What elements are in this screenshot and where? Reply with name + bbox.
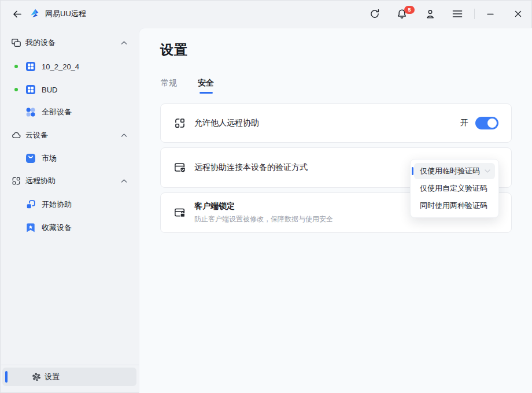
- sidebar-section-label: 远程协助: [25, 176, 56, 186]
- back-arrow-icon: [12, 9, 23, 20]
- start-assist-icon: [25, 199, 36, 210]
- account-button[interactable]: [420, 4, 440, 24]
- notification-badge: 5: [404, 6, 415, 14]
- sidebar-item-label: 设置: [45, 372, 60, 382]
- cloud-icon: [11, 130, 21, 140]
- device-tile-icon: [25, 61, 36, 72]
- sidebar-item-settings[interactable]: 设置: [2, 368, 136, 386]
- sidebar-section-my-devices[interactable]: 我的设备: [0, 31, 139, 54]
- card-lock-icon: [173, 206, 186, 219]
- setting-title: 客户端锁定: [194, 201, 333, 212]
- app-logo-icon: [29, 8, 40, 19]
- chevron-up-icon[interactable]: [121, 134, 127, 138]
- hamburger-icon: [452, 10, 463, 18]
- dropdown-option-label: 仅使用自定义验证码: [420, 183, 487, 194]
- setting-title: 远程协助连接本设备的验证方式: [194, 162, 308, 173]
- market-bag-icon: [25, 153, 36, 164]
- setting-subtitle: 防止客户端设置被修改，保障数据与使用安全: [194, 214, 333, 224]
- device-name: 10_2_20_4: [42, 62, 79, 71]
- sidebar-item-market[interactable]: 市场: [0, 147, 139, 170]
- dropdown-option-temp-code[interactable]: 仅使用临时验证码: [414, 163, 495, 179]
- minimize-button[interactable]: [481, 4, 500, 24]
- sidebar-item-label: 开始协助: [42, 199, 72, 210]
- sidebar-item-start-assist[interactable]: 开始协助: [0, 193, 139, 216]
- titlebar-divider: [474, 9, 475, 19]
- dropdown-option-label: 仅使用临时验证码: [420, 166, 480, 176]
- document-shield-icon: [173, 161, 186, 174]
- sidebar-section-cloud-devices[interactable]: 云设备: [0, 124, 139, 147]
- main-panel: 设置 常规 安全 允许他人远程协助 开: [139, 28, 532, 393]
- tab-general[interactable]: 常规: [161, 78, 177, 88]
- sidebar-item-favorite-devices[interactable]: 收藏设备: [0, 216, 139, 239]
- setting-card-allow-remote-assist: 允许他人远程协助 开: [160, 103, 512, 143]
- dropdown-option-custom-code[interactable]: 仅使用自定义验证码: [414, 180, 495, 196]
- active-tab-underline: [200, 92, 213, 94]
- online-status-dot: [14, 88, 18, 91]
- chevron-up-icon[interactable]: [121, 179, 127, 183]
- dropdown-option-both-codes[interactable]: 同时使用两种验证码: [414, 198, 495, 214]
- tab-bar: 常规 安全: [161, 78, 214, 88]
- user-icon: [425, 9, 435, 19]
- devices-icon: [11, 38, 21, 48]
- sidebar-section-label: 云设备: [25, 130, 48, 140]
- verification-method-dropdown: 仅使用临时验证码 仅使用自定义验证码 同时使用两种验证码: [410, 159, 499, 218]
- gear-icon: [32, 372, 41, 381]
- sidebar-divider: [0, 365, 139, 365]
- page-title: 设置: [160, 41, 188, 59]
- app-window: 网易UU远程 5: [0, 0, 532, 393]
- refresh-icon: [370, 9, 380, 19]
- setting-title: 允许他人远程协助: [194, 118, 259, 128]
- sidebar-section-label: 我的设备: [25, 38, 56, 48]
- all-devices-icon: [25, 107, 36, 117]
- chevron-down-icon: [485, 169, 490, 173]
- sidebar-item-label: 市场: [42, 153, 57, 164]
- sidebar-section-remote-assist[interactable]: 远程协助: [0, 169, 139, 192]
- active-indicator-bar: [5, 371, 8, 383]
- allow-assist-toggle[interactable]: [475, 117, 498, 129]
- dropdown-option-label: 同时使用两种验证码: [420, 201, 487, 211]
- toggle-state-label: 开: [460, 118, 468, 128]
- toggle-knob: [487, 118, 497, 128]
- selected-indicator-bar: [412, 167, 413, 175]
- refresh-button[interactable]: [365, 4, 385, 24]
- sidebar-item-all-devices[interactable]: 全部设备: [0, 101, 139, 124]
- tab-security[interactable]: 安全: [198, 78, 214, 88]
- bookmark-star-icon: [25, 223, 36, 233]
- back-button[interactable]: [7, 4, 27, 24]
- minimize-icon: [486, 10, 494, 18]
- sidebar-item-label: 全部设备: [42, 107, 72, 117]
- chevron-up-icon[interactable]: [121, 41, 127, 45]
- device-name: BUD: [42, 86, 57, 94]
- online-status-dot: [14, 65, 18, 68]
- close-icon: [514, 10, 522, 18]
- sidebar-item-device-1[interactable]: 10_2_20_4: [0, 55, 139, 78]
- sidebar-item-device-2[interactable]: BUD: [0, 78, 139, 101]
- remote-assist-icon: [11, 176, 21, 186]
- app-title: 网易UU远程: [45, 0, 86, 28]
- sidebar-item-label: 收藏设备: [42, 223, 72, 233]
- close-button[interactable]: [508, 4, 528, 24]
- device-tile-icon: [25, 84, 36, 95]
- menu-button[interactable]: [448, 4, 467, 24]
- remote-assist-frame-icon: [173, 117, 186, 129]
